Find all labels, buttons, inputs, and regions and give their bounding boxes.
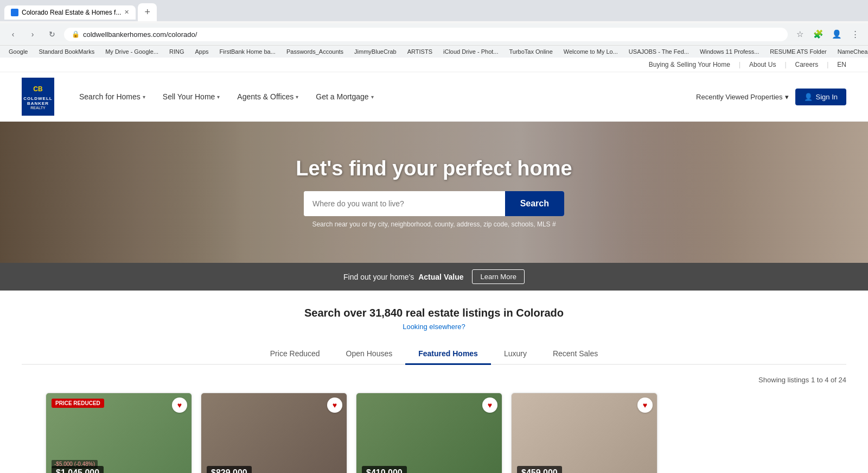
hero-section: Let's find your perfect home Search Sear… bbox=[0, 122, 868, 263]
bookmark-star-icon[interactable]: ☆ bbox=[792, 27, 807, 42]
tab-open-houses[interactable]: Open Houses bbox=[333, 344, 406, 365]
favorite-button[interactable]: ♥ bbox=[637, 398, 653, 413]
bookmark-jimmy[interactable]: JimmyBlueCrab bbox=[351, 47, 400, 56]
main-content: Search over 31,840 real estate listings … bbox=[0, 291, 868, 473]
bookmark-icloud[interactable]: iCloud Drive - Phot... bbox=[440, 47, 501, 56]
nav-agents-offices[interactable]: Agents & Offices ▾ bbox=[228, 79, 307, 114]
utility-about[interactable]: About Us bbox=[749, 61, 776, 68]
tab-favicon bbox=[11, 9, 18, 16]
bookmark-turbotax[interactable]: TurboTax Online bbox=[506, 47, 556, 56]
favorite-button[interactable]: ♥ bbox=[172, 398, 187, 413]
site-logo: CB COLDWELL BANKER REALTY bbox=[22, 78, 54, 116]
listing-card: ♥ $829,000 24512 E Easter Pl Aurora, CO … bbox=[201, 393, 347, 473]
bookmark-drive[interactable]: My Drive - Google... bbox=[102, 47, 162, 56]
tab-title: Colorado Real Estate & Homes f... bbox=[22, 9, 121, 16]
search-hint: Search near you or by city, neighborhood… bbox=[296, 220, 572, 228]
search-box: Search bbox=[304, 191, 564, 216]
nav-sell-home[interactable]: Sell Your Home ▾ bbox=[154, 79, 229, 114]
active-tab[interactable]: Colorado Real Estate & Homes f... ✕ bbox=[4, 5, 136, 20]
utility-careers[interactable]: Careers bbox=[795, 61, 819, 68]
hero-title: Let's find your perfect home bbox=[296, 157, 572, 180]
favorite-button[interactable]: ♥ bbox=[327, 398, 342, 413]
reload-button[interactable]: ↻ bbox=[44, 27, 60, 42]
hero-left-image bbox=[0, 122, 243, 263]
listing-tabs: Price Reduced Open Houses Featured Homes… bbox=[22, 344, 846, 365]
favorite-button[interactable]: ♥ bbox=[482, 398, 497, 413]
person-icon: 👤 bbox=[804, 93, 813, 101]
bookmark-welcome[interactable]: Welcome to My Lo... bbox=[560, 47, 621, 56]
listings-count: Showing listings 1 to 4 of 24 bbox=[22, 376, 846, 384]
chevron-down-icon: ▾ bbox=[296, 94, 298, 100]
looking-elsewhere-link[interactable]: Looking elsewhere? bbox=[22, 323, 846, 331]
bookmark-resume[interactable]: RESUME ATS Folder bbox=[767, 47, 829, 56]
tab-luxury[interactable]: Luxury bbox=[491, 344, 540, 365]
chevron-down-icon: ▾ bbox=[785, 93, 789, 101]
listings-heading: Search over 31,840 real estate listings … bbox=[22, 307, 846, 319]
search-button[interactable]: Search bbox=[505, 191, 564, 216]
main-nav: CB COLDWELL BANKER REALTY Search for Hom… bbox=[0, 72, 868, 122]
tab-close-icon[interactable]: ✕ bbox=[124, 9, 129, 16]
tab-featured-homes[interactable]: Featured Homes bbox=[405, 344, 491, 365]
sign-in-button[interactable]: 👤 Sign In bbox=[795, 89, 846, 105]
bookmark-ring[interactable]: RING bbox=[166, 47, 188, 56]
card-price-overlay: $410,000 bbox=[362, 466, 407, 473]
bookmark-windows[interactable]: Windows 11 Profess... bbox=[697, 47, 762, 56]
cards-container: PRICE REDUCED -$5,000 (-0.48%) ♥ $1,045,… bbox=[41, 390, 827, 473]
url-display: coldwellbankerhomes.com/colorado/ bbox=[83, 30, 197, 39]
card-image-1: PRICE REDUCED -$5,000 (-0.48%) ♥ $1,045,… bbox=[46, 393, 192, 473]
chevron-down-icon: ▾ bbox=[143, 94, 145, 100]
search-input[interactable] bbox=[304, 191, 505, 216]
utility-bar: Buying & Selling Your Home | About Us | … bbox=[0, 58, 868, 72]
utility-buying-selling[interactable]: Buying & Selling Your Home bbox=[649, 61, 730, 68]
site-content: Buying & Selling Your Home | About Us | … bbox=[0, 58, 868, 473]
bookmarks-bar: Google Standard BookMarks My Drive - Goo… bbox=[0, 45, 868, 58]
tab-price-reduced[interactable]: Price Reduced bbox=[257, 344, 333, 365]
extension-icon[interactable]: 🧩 bbox=[810, 27, 826, 42]
profile-icon[interactable]: 👤 bbox=[829, 27, 844, 42]
value-text: Find out your home's Actual Value bbox=[343, 273, 463, 281]
hero-content: Let's find your perfect home Search Sear… bbox=[296, 157, 572, 228]
hero-right-image bbox=[590, 122, 868, 263]
bookmark-apps[interactable]: Apps bbox=[192, 47, 212, 56]
browser-tabs: Colorado Real Estate & Homes f... ✕ + bbox=[4, 3, 864, 21]
price-reduced-badge: PRICE REDUCED bbox=[52, 399, 104, 408]
bookmark-passwords[interactable]: Passwords_Accounts bbox=[283, 47, 347, 56]
card-image-2: ♥ $829,000 bbox=[201, 393, 347, 473]
browser-chrome: Colorado Real Estate & Homes f... ✕ + bbox=[0, 0, 868, 21]
value-banner: Find out your home's Actual Value Learn … bbox=[0, 263, 868, 291]
chevron-down-icon: ▾ bbox=[217, 94, 220, 100]
logo-area[interactable]: CB COLDWELL BANKER REALTY bbox=[22, 72, 54, 121]
learn-more-button[interactable]: Learn More bbox=[472, 269, 524, 284]
menu-icon[interactable]: ⋮ bbox=[847, 27, 863, 42]
card-price-overlay: $459,000 bbox=[517, 466, 562, 473]
nav-search-homes[interactable]: Search for Homes ▾ bbox=[71, 79, 154, 114]
chevron-down-icon: ▾ bbox=[371, 94, 374, 100]
card-image-3: ♥ $410,000 bbox=[356, 393, 502, 473]
bookmark-artists[interactable]: ARTISTS bbox=[404, 47, 436, 56]
address-bar[interactable]: 🔒 coldwellbankerhomes.com/colorado/ bbox=[64, 28, 788, 41]
utility-lang[interactable]: EN bbox=[837, 61, 846, 68]
toolbar-icons: ☆ 🧩 👤 ⋮ bbox=[792, 27, 863, 42]
back-button[interactable]: ‹ bbox=[5, 27, 21, 42]
card-price-overlay: $829,000 bbox=[207, 466, 252, 473]
browser-controls: ‹ › ↻ 🔒 coldwellbankerhomes.com/colorado… bbox=[0, 23, 868, 45]
bookmark-firstbank[interactable]: FirstBank Home ba... bbox=[216, 47, 279, 56]
listing-card: ♥ $410,000 3834 S Genoa Cir #B Aurora, C… bbox=[356, 393, 502, 473]
listing-card: ♥ $459,000 2918 S Parker Ct Aurora, CO 8… bbox=[511, 393, 658, 473]
new-tab-button[interactable]: + bbox=[138, 3, 157, 21]
listing-card: PRICE REDUCED -$5,000 (-0.48%) ♥ $1,045,… bbox=[46, 393, 192, 473]
nav-mortgage[interactable]: Get a Mortgage ▾ bbox=[307, 79, 382, 114]
nav-links: Search for Homes ▾ Sell Your Home ▾ Agen… bbox=[71, 79, 696, 114]
carousel-wrapper: ‹ PRICE REDUCED -$5,000 (-0.48%) ♥ $1,04… bbox=[22, 390, 846, 473]
forward-button[interactable]: › bbox=[25, 27, 40, 42]
card-image-4: ♥ $459,000 bbox=[512, 393, 657, 473]
card-price-overlay: $1,045,000 bbox=[52, 466, 104, 473]
nav-right: Recently Viewed Properties ▾ 👤 Sign In bbox=[696, 89, 846, 105]
bookmark-google[interactable]: Google bbox=[5, 47, 31, 56]
bookmark-usajobs[interactable]: USAJOBS - The Fed... bbox=[626, 47, 692, 56]
tab-recent-sales[interactable]: Recent Sales bbox=[540, 344, 611, 365]
recently-viewed-button[interactable]: Recently Viewed Properties ▾ bbox=[696, 93, 788, 101]
bookmark-standard[interactable]: Standard BookMarks bbox=[35, 47, 98, 56]
bookmark-namecheap[interactable]: NameCheap bbox=[834, 47, 868, 56]
svg-text:CB: CB bbox=[33, 85, 43, 93]
